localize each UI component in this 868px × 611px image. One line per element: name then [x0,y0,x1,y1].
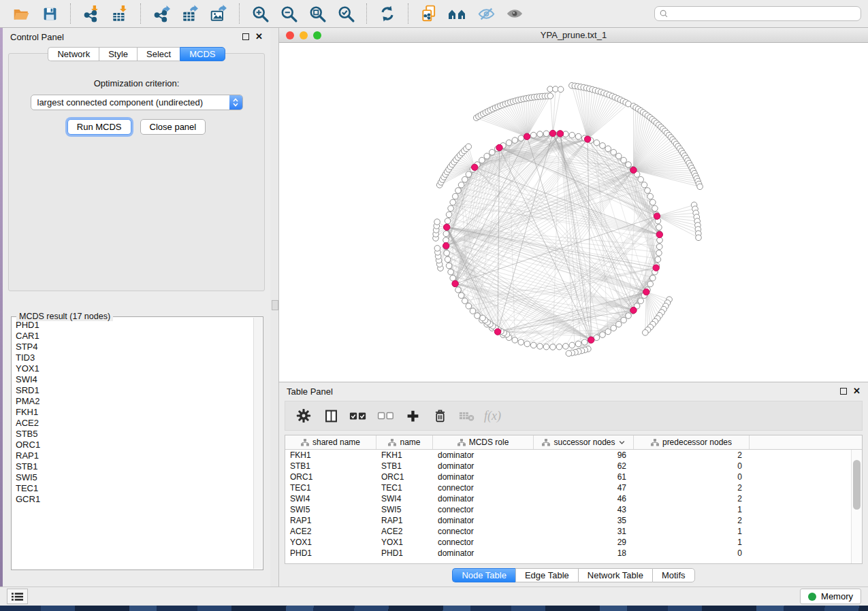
column-header-predecessor-nodes[interactable]: predecessor nodes [634,435,750,449]
cell-successor-nodes[interactable]: 61 [534,472,634,482]
cell-shared-name[interactable]: ORC1 [285,472,376,482]
cell-mcds-role[interactable]: connector [433,505,534,514]
table-row[interactable]: YOX1YOX1connector291 [285,537,862,548]
mcds-result-item[interactable]: STP4 [16,342,253,352]
cell-mcds-role[interactable]: dominator [433,548,534,558]
cell-successor-nodes[interactable]: 31 [534,527,634,536]
mcds-result-list[interactable]: PHD1CAR1STP4TID3YOX1SWI4SRD1PMA2FKH1ACE2… [16,320,253,568]
table-row[interactable]: SWI5SWI5connector431 [285,504,862,515]
search-input[interactable] [669,8,856,19]
splitter-handle-icon[interactable] [272,300,278,310]
cell-name[interactable]: FKH1 [376,450,433,460]
control-panel-close-button[interactable]: ✕ [255,33,263,40]
table-row[interactable]: TEC1TEC1connector472 [285,482,862,493]
mcds-result-item[interactable]: CAR1 [16,331,253,342]
tab-network-table[interactable]: Network Table [578,568,652,582]
cell-predecessor-nodes[interactable]: 2 [634,494,750,503]
table-panel-float-button[interactable] [840,388,847,395]
save-button[interactable] [38,3,61,24]
criterion-dropdown[interactable]: largest connected component (undirected) [31,95,243,110]
zoom-selected-button[interactable] [334,3,357,24]
window-minimize-traffic-button[interactable] [300,31,308,39]
cell-name[interactable]: RAP1 [376,516,433,525]
table-settings-button[interactable] [293,406,314,426]
tab-network[interactable]: Network [48,47,99,61]
mcds-result-item[interactable]: STB1 [16,461,253,472]
cell-shared-name[interactable]: STB1 [285,461,376,471]
tab-style[interactable]: Style [99,47,137,61]
cell-shared-name[interactable]: FKH1 [285,450,376,460]
panel-splitter[interactable] [270,28,278,587]
cell-shared-name[interactable]: ACE2 [285,527,376,536]
first-neighbors-button[interactable] [446,3,469,24]
import-network-button[interactable] [80,3,103,24]
deselect-all-button[interactable] [375,406,396,426]
cell-successor-nodes[interactable]: 62 [534,461,634,471]
column-header-successor-nodes[interactable]: successor nodes [534,435,634,449]
cell-successor-nodes[interactable]: 47 [534,483,634,493]
memory-button[interactable]: Memory [800,589,861,604]
open-button[interactable] [10,3,33,24]
window-close-traffic-button[interactable] [286,31,294,39]
mcds-result-item[interactable]: GCR1 [16,494,253,505]
mcds-result-item[interactable]: RAP1 [16,450,253,461]
mcds-result-item[interactable]: YOX1 [16,363,253,374]
tab-mcds[interactable]: MCDS [180,47,225,61]
delete-column-button[interactable] [430,406,450,426]
task-history-button[interactable] [7,589,28,604]
cell-predecessor-nodes[interactable]: 1 [634,538,750,547]
tab-node-table[interactable]: Node Table [452,568,515,582]
show-all-button[interactable] [503,3,526,24]
table-panel-close-button[interactable]: ✕ [853,388,861,395]
cell-mcds-role[interactable]: connector [433,538,534,547]
cell-mcds-role[interactable]: dominator [433,450,534,460]
mcds-result-item[interactable]: STB5 [16,429,253,440]
column-header-name[interactable]: name [376,435,433,449]
mcds-result-item[interactable]: TEC1 [16,483,253,494]
mcds-result-item[interactable]: PMA2 [16,396,253,407]
hide-selected-button[interactable] [475,3,498,24]
control-panel-float-button[interactable] [242,33,249,40]
cell-shared-name[interactable]: SWI5 [285,505,376,514]
create-column-button[interactable] [402,406,423,426]
mcds-result-item[interactable]: SWI4 [16,374,253,385]
table-row[interactable]: ORC1ORC1dominator610 [285,472,862,482]
table-row[interactable]: STB1STB1dominator620 [285,461,862,472]
cell-mcds-role[interactable]: dominator [433,472,534,482]
column-header-mcds-role[interactable]: MCDS role [433,435,534,449]
cell-shared-name[interactable]: RAP1 [285,516,376,525]
cell-shared-name[interactable]: PHD1 [285,548,376,558]
function-builder-icon[interactable]: f(x) [484,409,501,423]
cell-successor-nodes[interactable]: 43 [534,505,634,514]
window-zoom-traffic-button[interactable] [313,31,321,39]
cell-shared-name[interactable]: TEC1 [285,483,376,493]
export-image-button[interactable] [207,3,230,24]
cell-successor-nodes[interactable]: 96 [534,450,634,460]
cell-mcds-role[interactable]: dominator [433,494,534,503]
delete-table-button[interactable] [457,406,477,426]
tab-select[interactable]: Select [137,47,180,61]
table-scrollbar[interactable] [851,450,862,563]
refresh-button[interactable] [376,3,399,24]
export-table-button[interactable] [178,3,202,24]
cell-mcds-role[interactable]: dominator [433,461,534,471]
zoom-fit-button[interactable] [306,3,329,24]
cell-mcds-role[interactable]: dominator [433,516,534,525]
cell-predecessor-nodes[interactable]: 2 [634,450,750,460]
tab-motifs[interactable]: Motifs [652,568,695,582]
cell-name[interactable]: SWI4 [376,494,433,503]
export-network-button[interactable] [150,3,173,24]
cell-predecessor-nodes[interactable]: 2 [634,516,750,525]
close-panel-button[interactable]: Close panel [140,119,206,135]
cell-predecessor-nodes[interactable]: 1 [634,505,750,514]
show-columns-button[interactable] [321,406,341,426]
cell-mcds-role[interactable]: connector [433,483,534,493]
column-header-shared-name[interactable]: shared name [285,435,376,449]
table-row[interactable]: ACE2ACE2connector311 [285,526,862,537]
network-canvas[interactable] [279,43,868,382]
tab-edge-table[interactable]: Edge Table [515,568,578,582]
cell-successor-nodes[interactable]: 18 [534,548,634,558]
mcds-result-item[interactable]: FKH1 [16,407,253,418]
table-row[interactable]: PHD1PHD1dominator180 [285,548,862,559]
cell-shared-name[interactable]: YOX1 [285,538,376,547]
